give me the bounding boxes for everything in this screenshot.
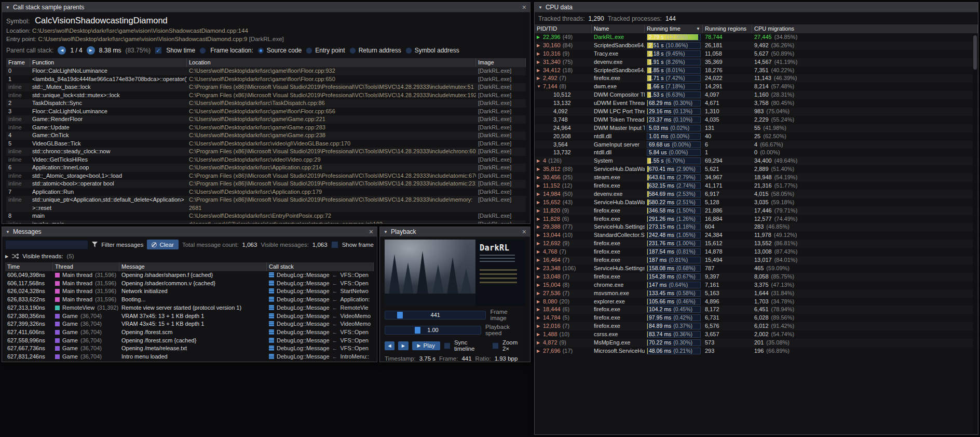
callstack-row[interactable]: inline invoke_main d:\agent\_work\63\s\s…	[6, 220, 526, 224]
process-pid-cell[interactable]: ▶14,784(5)	[535, 314, 592, 322]
callstack-icon[interactable]	[269, 288, 274, 294]
process-pid-cell[interactable]: 10,512	[535, 91, 592, 99]
source-location[interactable]: C:\Users\wolf\Desktop\darkrl\src\EntryPo…	[187, 212, 476, 220]
message-callstack[interactable]: DebugLog::Message←IntroMenu::	[267, 353, 374, 361]
message-row[interactable]: 627,380,356ns Game(36,704) VRAM 37x45: 1…	[5, 312, 374, 321]
expand-icon[interactable]: ▶	[537, 306, 543, 314]
cpu-process-row[interactable]: ▶14,984(50) devenv.exe 584.69 ms(2.53%) …	[535, 190, 978, 198]
message-callstack[interactable]: DebugLog::Message←VFS::Open	[267, 328, 374, 337]
message-row[interactable]: 627,667,736ns Game(36,704) Opening /meta…	[5, 345, 374, 353]
process-pid-cell[interactable]: ▶14,984(50)	[535, 190, 592, 198]
expand-icon[interactable]: ▶	[537, 339, 543, 347]
collapse-icon[interactable]: ▼	[384, 230, 388, 234]
cpu-process-row[interactable]: 13,732 ntdll.dll 5.84 us(0.00%) 1 0(0.00…	[535, 149, 978, 157]
process-pid-cell[interactable]: 3,564	[535, 141, 592, 149]
source-location[interactable]: C:\Users\wolf\Desktop\darkrl\src\game\fl…	[187, 75, 476, 84]
process-pid-cell[interactable]: ▶12,692(9)	[535, 240, 592, 248]
source-location[interactable]: C:\Users\wolf\Desktop\darkrl\src\video\V…	[187, 156, 476, 164]
message-row[interactable]: 626,833,622ns Main thread(31,596) Bootin…	[5, 296, 374, 304]
column-name[interactable]: Name	[592, 24, 645, 33]
source-location[interactable]: C:\Program Files (x86)\Microsoft Visual …	[187, 196, 476, 212]
callstack-row[interactable]: inline std::unique_ptr<Application,std::…	[6, 196, 526, 212]
cpu-process-row[interactable]: ▶23,348(106) ServiceHub.SettingsHost 158…	[535, 264, 978, 273]
cpu-process-row[interactable]: ▶15,652(43) ServiceHub.DataWarehou 580.2…	[535, 198, 978, 207]
process-pid-cell[interactable]: ▶29,388(77)	[535, 223, 592, 231]
collapse-icon[interactable]: ▼	[6, 5, 10, 10]
radio-icon[interactable]	[257, 47, 264, 54]
process-pid-cell[interactable]: ▶27,696(17)	[535, 347, 592, 355]
cpu-process-row[interactable]: ▶12,016(7) firefox.exe 84.89 ms(0.37%) 6…	[535, 322, 978, 330]
expand-icon[interactable]: ▶	[537, 165, 543, 174]
process-pid-cell[interactable]: ▼7,144(8)	[535, 83, 592, 91]
source-location[interactable]: C:\Users\wolf\Desktop\darkrl\src\game\Ga…	[187, 115, 476, 124]
cpu-process-row[interactable]: ▶30,456(25) steam.exe 643.61 ms(2.79%) 3…	[535, 174, 978, 182]
source-location[interactable]: C:\Users\wolf\Desktop\darkrl\src\TaskDis…	[187, 99, 476, 108]
process-pid-cell[interactable]: ▶13,044(10)	[535, 231, 592, 240]
stack-frame-2[interactable]: VideoMemo	[341, 321, 371, 327]
callstack-icon[interactable]	[269, 313, 274, 319]
stack-frame-1[interactable]: DebugLog::Message	[277, 329, 330, 335]
expand-icon[interactable]: ▶	[537, 314, 543, 322]
callstack-icon[interactable]	[269, 329, 274, 335]
cpu-process-row[interactable]: ▶22,396(49) DarkRL.exe 2.79 s(12.06%) 78…	[535, 33, 978, 42]
callstack-icon[interactable]	[269, 272, 274, 277]
process-pid-cell[interactable]: ▶34,412(18)	[535, 67, 592, 75]
message-row[interactable]: 627,558,996ns Game(36,704) Opening /fore…	[5, 337, 374, 345]
cpu-process-row[interactable]: 24,964 DWM Master Input Thread 5.03 ms(0…	[535, 124, 978, 133]
callstack-icon[interactable]	[269, 346, 274, 351]
callstack-row[interactable]: inline std::unique_lock<std::mutex>::loc…	[6, 91, 526, 100]
expand-threads-icon[interactable]: ▶	[5, 254, 8, 259]
cpu-process-row[interactable]: ▶27,696(17) Microsoft.ServiceHub.Co 48.0…	[535, 347, 978, 355]
callstack-icon[interactable]	[269, 297, 274, 302]
message-callstack[interactable]: DebugLog::Message←VFS::Open	[267, 337, 374, 345]
next-frame-button[interactable]: ▶	[398, 341, 408, 350]
process-pid-cell[interactable]: ▶22,396(49)	[535, 33, 592, 42]
expand-icon[interactable]: ▶	[537, 50, 543, 58]
process-pid-cell[interactable]: 13,732	[535, 149, 592, 157]
cpu-process-row[interactable]: ▶2,492(7) firefox.exe 1.71 s(7.42%) 24,0…	[535, 74, 978, 83]
expand-icon[interactable]: ▶	[537, 322, 543, 330]
cpu-process-row[interactable]: ▶11,152(12) firefox.exe 632.15 ms(2.74%)…	[535, 182, 978, 190]
process-pid-cell[interactable]: ▶10,316(9)	[535, 50, 592, 58]
process-pid-cell[interactable]: ▶30,456(25)	[535, 174, 592, 182]
process-pid-cell[interactable]: ▶31,340(75)	[535, 58, 592, 67]
stack-frame-1[interactable]: DebugLog::Message	[277, 321, 330, 327]
process-pid-cell[interactable]: ▶30,160(84)	[535, 42, 592, 50]
cpu-process-row[interactable]: ▶15,004(8) chrome.exe 147 ms(0.64%) 7,16…	[535, 281, 978, 289]
message-callstack[interactable]: DebugLog::Message←VideoMemo	[267, 312, 374, 321]
source-location[interactable]: C:\Program Files (x86)\Microsoft Visual …	[187, 180, 476, 188]
cpu-process-row[interactable]: ▶12,692(9) firefox.exe 231.76 ms(1.00%) …	[535, 240, 978, 248]
cpu-process-row[interactable]: ▶4,872(9) MsMpEng.exe 70.22 ms(0.30%) 57…	[535, 339, 978, 347]
zoom-2x-checkbox[interactable]	[492, 342, 499, 349]
cpu-process-row[interactable]: 3,564 GameInput server 69.68 us(0.00%) 6…	[535, 141, 978, 149]
stack-frame-2[interactable]: IntroMenu::	[341, 353, 370, 360]
process-pid-cell[interactable]: 24,964	[535, 124, 592, 133]
stack-frame-1[interactable]: DebugLog::Message	[277, 304, 330, 311]
message-filter-input[interactable]	[5, 240, 88, 249]
expand-icon[interactable]: ▶	[537, 215, 543, 223]
frame-location-option[interactable]: Symbol address	[405, 47, 459, 54]
message-callstack[interactable]: DebugLog::Message←VFS::Open	[267, 271, 374, 280]
process-pid-cell[interactable]: ▶4(126)	[535, 157, 592, 165]
stack-frame-1[interactable]: DebugLog::Message	[277, 272, 330, 278]
source-location[interactable]: C:\Users\wolf\Desktop\darkrl\src\game\Ga…	[187, 124, 476, 132]
expand-icon[interactable]: ▶	[537, 67, 543, 75]
process-pid-cell[interactable]: ▶27,536(7)	[535, 289, 592, 298]
stack-frame-1[interactable]: DebugLog::Message	[277, 296, 330, 302]
frame-image-slider[interactable]: 441	[385, 311, 486, 320]
message-callstack[interactable]: DebugLog::Message←StartNetwo	[267, 287, 374, 296]
source-location[interactable]: C:\Program Files (x86)\Microsoft Visual …	[187, 91, 476, 100]
next-parent-button[interactable]: ▶	[87, 46, 95, 55]
callstack-row[interactable]: 4 Game::OnTick C:\Users\wolf\Desktop\dar…	[6, 131, 526, 140]
cpu-process-row[interactable]: ▶18,444(6) firefox.exe 104.2 ms(0.45%) 8…	[535, 306, 978, 314]
source-location[interactable]: C:\Users\wolf\Desktop\darkrl\src\game\Ga…	[187, 131, 476, 140]
expand-icon[interactable]: ▶	[537, 330, 543, 339]
callstack-row[interactable]: inline Video::GetTicksHiRes C:\Users\wol…	[6, 156, 526, 164]
source-location[interactable]: C:\Users\wolf\Desktop\darkrl\src\video\g…	[187, 140, 476, 148]
expand-icon[interactable]: ▶	[537, 42, 543, 50]
visible-threads-label[interactable]: Visible threads:	[22, 253, 63, 259]
sync-timeline-checkbox[interactable]	[444, 342, 451, 349]
source-location[interactable]: C:\Users\wolf\Desktop\darkrl\src\Applica…	[187, 188, 476, 196]
cpu-process-row[interactable]: ▶16,464(7) firefox.exe 187 ms(0.81%) 15,…	[535, 256, 978, 264]
stack-frame-1[interactable]: DebugLog::Message	[277, 313, 330, 319]
